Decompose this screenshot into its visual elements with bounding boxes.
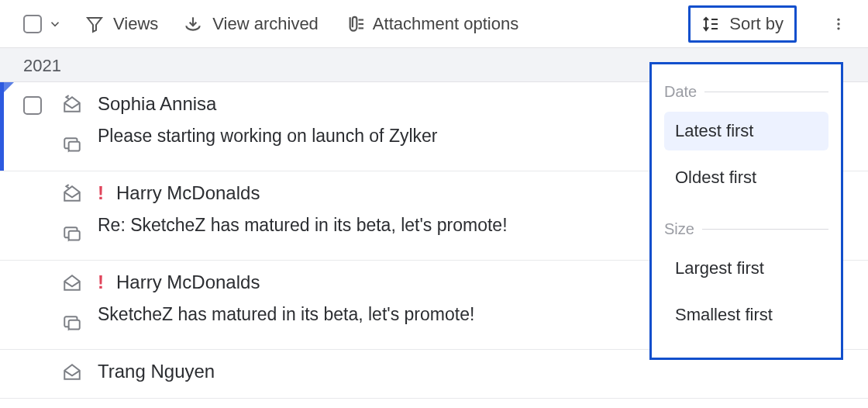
sort-group-label: Date xyxy=(664,83,828,101)
chevron-down-icon[interactable] xyxy=(48,17,62,31)
select-all-checkbox[interactable] xyxy=(23,15,42,33)
views-button[interactable]: Views xyxy=(84,11,160,37)
year-label: 2021 xyxy=(23,56,61,76)
row-checkbox[interactable] xyxy=(23,96,42,115)
attachment-options-button[interactable]: Attachment options xyxy=(342,11,520,37)
mail-open-reply-icon xyxy=(62,184,82,209)
view-archived-label: View archived xyxy=(212,14,319,34)
sort-option[interactable]: Largest first xyxy=(664,249,828,288)
more-menu-button[interactable] xyxy=(826,10,851,38)
sort-group-text: Size xyxy=(664,220,694,238)
view-archived-button[interactable]: View archived xyxy=(181,11,320,37)
conversation-icon xyxy=(62,313,82,338)
divider xyxy=(704,92,828,92)
archive-icon xyxy=(183,14,203,34)
sender-text: Sophia Annisa xyxy=(98,93,216,115)
sender-name: Trang Nguyen xyxy=(98,361,852,382)
sort-option[interactable]: Oldest first xyxy=(664,158,828,197)
svg-point-9 xyxy=(837,27,839,29)
svg-point-7 xyxy=(837,18,839,20)
svg-rect-15 xyxy=(69,320,80,330)
mail-open-icon xyxy=(62,273,82,298)
priority-icon: ! xyxy=(98,182,104,204)
attachment-options-label: Attachment options xyxy=(373,14,518,34)
sort-popup: DateLatest firstOldest firstSizeLargest … xyxy=(649,62,843,360)
conversation-icon xyxy=(62,135,82,160)
mail-open-reply-icon xyxy=(62,95,82,119)
svg-rect-11 xyxy=(69,142,80,151)
sort-group-label: Size xyxy=(664,220,828,238)
sender-text: Trang Nguyen xyxy=(98,361,215,382)
toolbar: Views View archived Attachment options S… xyxy=(0,0,868,48)
sort-option[interactable]: Latest first xyxy=(664,112,828,150)
attachment-icon xyxy=(343,14,363,34)
sort-group-text: Date xyxy=(664,83,697,101)
views-label: Views xyxy=(113,14,158,34)
more-vertical-icon xyxy=(831,15,846,33)
sort-option[interactable]: Smallest first xyxy=(664,296,828,334)
mail-open-icon xyxy=(62,362,82,387)
filter-icon xyxy=(85,15,104,33)
sort-by-button[interactable]: Sort by xyxy=(688,5,797,43)
priority-icon: ! xyxy=(98,271,104,293)
svg-marker-0 xyxy=(88,18,102,32)
svg-rect-13 xyxy=(69,231,80,240)
sender-text: Harry McDonalds xyxy=(116,271,260,293)
divider xyxy=(702,229,828,230)
sender-text: Harry McDonalds xyxy=(116,182,260,204)
svg-point-8 xyxy=(837,22,839,25)
select-all-wrap[interactable] xyxy=(23,15,62,33)
sort-by-label: Sort by xyxy=(729,14,784,34)
conversation-icon xyxy=(62,224,82,249)
sort-icon xyxy=(701,15,720,33)
